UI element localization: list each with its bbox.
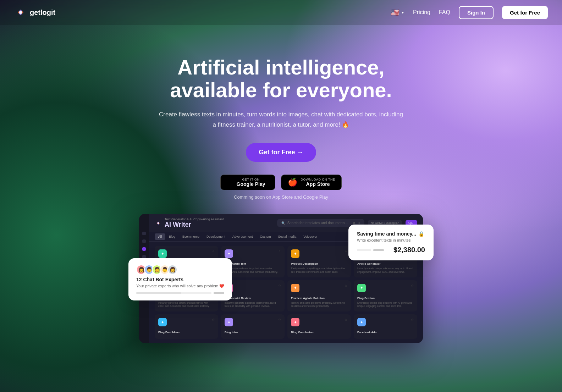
app-card[interactable]: ✦ ☆ Blog Post Ideas <box>155 314 218 339</box>
chatbot-progress <box>136 292 224 294</box>
app-screenshot-section: Text Generator & AI Copywriting Assistan… <box>139 214 423 343</box>
app-card[interactable]: ✦ ☆ Blog Conclusion <box>287 314 351 339</box>
logo[interactable]: getlogit <box>14 6 55 19</box>
float-card-chatbots: 👩👨👩👨👩 12 Chat Bot Experts Your private e… <box>128 258 232 300</box>
card-icon: ✦ <box>158 249 167 258</box>
app-tab-development[interactable]: Development <box>203 233 229 240</box>
card-name: Blog Section <box>357 297 414 300</box>
signin-button[interactable]: Sign In <box>459 6 494 19</box>
card-desc: Easily create compelling product descrip… <box>291 267 347 274</box>
chatbot-subtitle: Your private experts who will solve any … <box>136 284 224 288</box>
app-card[interactable]: ✦ ☆ Blog Section Effortlessly create blo… <box>354 280 417 312</box>
card-star-icon: ☆ <box>411 318 414 321</box>
card-name: Summarize Text <box>225 262 281 265</box>
savings-progress <box>357 249 384 251</box>
card-star-icon: ☆ <box>278 284 281 287</box>
card-star-icon: ☆ <box>212 318 215 321</box>
card-icon: ✦ <box>291 284 299 292</box>
app-tab-social-media[interactable]: Social media <box>275 233 300 240</box>
faq-link[interactable]: FAQ <box>439 9 450 16</box>
card-icon: ✦ <box>291 249 299 258</box>
chevron-down-icon: ▼ <box>401 11 404 15</box>
chatbot-avatars: 👩👨👩👨👩 <box>136 265 224 275</box>
card-desc: Effortlessly condense large text into sh… <box>225 267 281 274</box>
google-play-sub: GET IT ON <box>237 178 265 181</box>
app-card[interactable]: ✦ ☆ Blog Intro <box>221 314 285 339</box>
language-selector[interactable]: 🇺🇸 ▼ <box>391 8 404 17</box>
svg-point-1 <box>19 11 22 14</box>
card-icon: ✦ <box>291 318 299 326</box>
search-placeholder: Search for templates and documents... <box>287 221 348 225</box>
app-tab-ecommerce[interactable]: Ecommerce <box>179 233 203 240</box>
app-logo-small <box>155 220 162 227</box>
lock-icon: 🔒 <box>418 231 424 237</box>
google-play-name: Google Play <box>237 181 265 187</box>
card-desc: Instantly create unique articles on any … <box>357 267 414 274</box>
apple-icon: 🍎 <box>288 178 297 187</box>
card-icon: ✦ <box>158 318 167 326</box>
app-subtitle-small: Text Generator & AI Copywriting Assistan… <box>165 217 224 221</box>
card-name: Facebook Ads <box>357 331 414 334</box>
coming-soon-text: Comming soon on App Store and Google Pla… <box>157 194 405 200</box>
savings-row: $2,380.00 <box>357 246 425 254</box>
hero-cta-button[interactable]: Get for Free → <box>246 143 316 162</box>
card-icon: ✦ <box>225 318 233 326</box>
app-main-title: AI Writer <box>165 221 224 228</box>
card-icon: ✦ <box>357 318 366 326</box>
hero-content: Artificial intelligence, available for e… <box>157 56 405 200</box>
card-name: Testimonial Review <box>225 297 281 300</box>
savings-subtitle: Write excellent texts in minutes <box>357 238 425 242</box>
savings-price: $2,380.00 <box>393 246 425 254</box>
logo-text: getlogit <box>30 9 55 17</box>
svg-point-2 <box>158 222 159 223</box>
app-card[interactable]: ✦ ☆ Product Description Easily create co… <box>287 246 351 277</box>
app-tab-blog[interactable]: Blog <box>165 233 179 240</box>
app-store-badge[interactable]: 🍎 Download on the App Store <box>281 175 342 190</box>
card-star-icon: ☆ <box>345 284 347 287</box>
app-store-sub: Download on the <box>301 178 335 181</box>
card-star-icon: ☆ <box>278 249 281 253</box>
card-name: Article Generator <box>357 262 414 265</box>
card-desc: Identify and solve problems efficiently.… <box>291 301 347 308</box>
card-name: Product Description <box>291 262 347 265</box>
chatbot-title: 12 Chat Bot Experts <box>136 277 224 282</box>
avatar: 👩 <box>167 265 177 275</box>
app-tab-voiceover[interactable]: Voiceover <box>300 233 321 240</box>
google-play-icon: ▶ <box>227 178 233 187</box>
card-name: Blog Conclusion <box>291 331 347 334</box>
card-icon: ✦ <box>225 249 233 258</box>
card-name: Blog Intro <box>225 331 281 334</box>
card-name: Blog Post Ideas <box>158 331 215 334</box>
get-free-nav-button[interactable]: Get for Free <box>502 6 548 19</box>
app-tab-advertisement[interactable]: Advertisement <box>229 233 257 240</box>
store-badges: ▶ GET IT ON Google Play 🍎 Download on th… <box>157 175 405 190</box>
sidebar-icon <box>142 239 146 243</box>
card-desc: Instantly generate catchy product names … <box>158 301 215 308</box>
flag-icon: 🇺🇸 <box>391 8 400 17</box>
card-star-icon: ☆ <box>345 318 347 321</box>
card-icon: ✦ <box>357 284 366 292</box>
pricing-link[interactable]: Pricing <box>413 9 430 16</box>
google-play-badge[interactable]: ▶ GET IT ON Google Play <box>220 175 275 190</box>
app-tab-custom[interactable]: Custom <box>257 233 275 240</box>
app-tab-all[interactable]: All <box>155 233 165 240</box>
savings-title: Saving time and money... 🔒 <box>357 231 425 237</box>
sidebar-icon <box>142 232 146 235</box>
app-card[interactable]: ✦ ☆ Facebook Ads <box>354 314 417 339</box>
hero-section: Artificial intelligence, available for e… <box>0 0 562 392</box>
nav-right: 🇺🇸 ▼ Pricing FAQ Sign In Get for Free <box>391 6 548 19</box>
hero-title: Artificial intelligence, available for e… <box>157 56 405 101</box>
float-card-savings: Saving time and money... 🔒 Write excelle… <box>348 225 434 260</box>
sidebar-icon-active <box>142 247 146 251</box>
navbar: getlogit 🇺🇸 ▼ Pricing FAQ Sign In Get fo… <box>0 0 562 25</box>
app-store-name: App Store <box>301 181 335 187</box>
hero-subtitle: Create flawless texts in minutes, turn w… <box>157 110 405 130</box>
card-star-icon: ☆ <box>212 249 215 253</box>
app-card[interactable]: ✦ ☆ Problem Agilate Solution Identify an… <box>287 280 351 312</box>
card-name: Problem Agilate Solution <box>291 297 347 300</box>
logo-icon <box>14 6 27 19</box>
card-desc: Instantly generate authentic testimonial… <box>225 301 281 308</box>
card-star-icon: ☆ <box>345 249 347 253</box>
card-desc: Effortlessly create blog sections with A… <box>357 301 414 308</box>
card-star-icon: ☆ <box>411 284 414 287</box>
